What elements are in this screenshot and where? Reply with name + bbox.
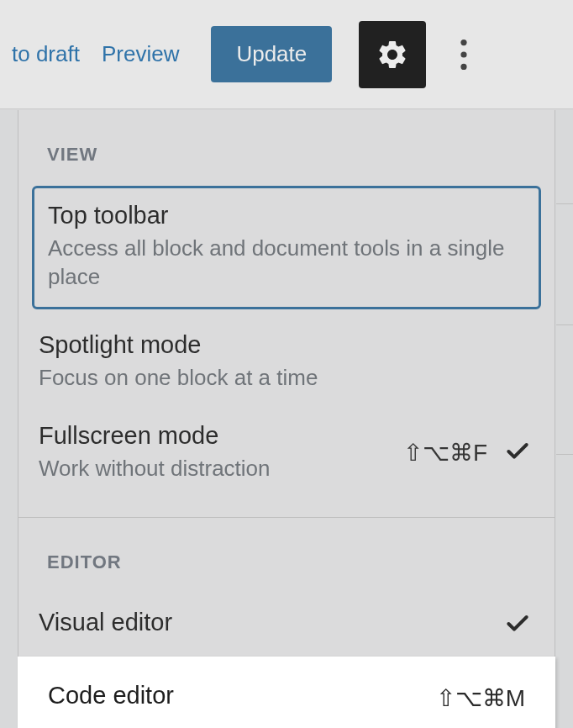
svg-point-0 xyxy=(461,40,467,45)
settings-button[interactable] xyxy=(359,21,426,88)
options-menu: VIEW Top toolbar Access all block and do… xyxy=(18,110,555,728)
code-editor-shortcut: ⇧⌥⌘M xyxy=(436,684,525,712)
top-toolbar-title: Top toolbar xyxy=(48,202,525,229)
menu-item-top-toolbar[interactable]: Top toolbar Access all block and documen… xyxy=(32,186,541,309)
switch-to-draft-button[interactable]: to draft xyxy=(7,34,85,74)
update-button[interactable]: Update xyxy=(211,26,332,82)
fullscreen-title: Fullscreen mode xyxy=(39,422,386,450)
more-options-button[interactable] xyxy=(443,21,485,88)
gear-icon xyxy=(376,38,409,71)
check-icon xyxy=(504,610,531,641)
editor-topbar: to draft Preview Update xyxy=(0,0,573,109)
code-editor-title: Code editor xyxy=(48,682,419,710)
spotlight-title: Spotlight mode xyxy=(39,331,531,359)
view-section-title: VIEW xyxy=(18,110,555,186)
preview-button[interactable]: Preview xyxy=(97,34,184,74)
menu-item-spotlight[interactable]: Spotlight mode Focus on one block at a t… xyxy=(18,316,555,408)
editor-section-title: EDITOR xyxy=(18,518,555,593)
menu-item-visual-editor[interactable]: Visual editor xyxy=(18,593,555,657)
visual-editor-title: Visual editor xyxy=(39,609,487,636)
svg-point-1 xyxy=(461,51,467,57)
top-toolbar-desc: Access all block and document tools in a… xyxy=(48,235,525,292)
check-icon xyxy=(504,438,531,468)
spotlight-desc: Focus on one block at a time xyxy=(39,364,531,393)
menu-item-fullscreen[interactable]: Fullscreen mode Work without distraction… xyxy=(18,407,555,499)
kebab-icon xyxy=(460,40,467,70)
fullscreen-shortcut: ⇧⌥⌘F xyxy=(403,439,487,467)
menu-item-code-editor[interactable]: Code editor ⇧⌥⌘M xyxy=(18,657,555,728)
fullscreen-desc: Work without distraction xyxy=(39,455,386,483)
svg-point-2 xyxy=(461,63,467,69)
